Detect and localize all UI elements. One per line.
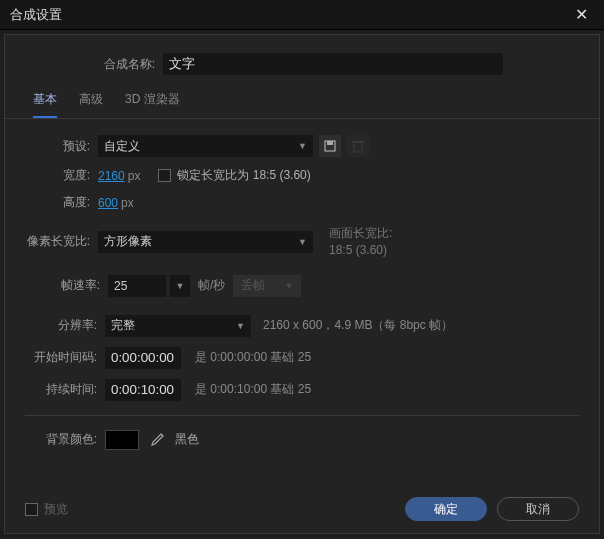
preset-save-icon[interactable]: [319, 135, 341, 157]
start-timecode-row: 开始时间码: 是 0:00:00:00 基础 25: [25, 347, 579, 369]
pixel-aspect-label: 像素长宽比:: [25, 233, 98, 250]
width-value[interactable]: 2160: [98, 169, 125, 183]
preset-select[interactable]: 自定义 ▼: [98, 135, 313, 157]
frame-rate-input[interactable]: 25: [108, 275, 166, 297]
chevron-down-icon: ▼: [176, 281, 185, 291]
divider: [25, 415, 579, 416]
preset-delete-icon: [347, 135, 369, 157]
tabs: 基本 高级 3D 渲染器: [5, 91, 599, 119]
preset-value: 自定义: [104, 138, 140, 155]
footer: 预览 确定 取消: [25, 497, 579, 521]
background-swatch[interactable]: [105, 430, 139, 450]
comp-name-row: 合成名称:: [5, 53, 599, 75]
background-row: 背景颜色: 黑色: [25, 430, 579, 450]
dialog-title: 合成设置: [10, 6, 62, 24]
frame-aspect-info: 画面长宽比: 18:5 (3.60): [329, 225, 392, 259]
duration-row: 持续时间: 是 0:00:10:00 基础 25: [25, 379, 579, 401]
comp-name-input[interactable]: [163, 53, 503, 75]
background-label: 背景颜色:: [25, 431, 105, 448]
frame-rate-unit: 帧/秒: [198, 277, 225, 294]
tab-renderer[interactable]: 3D 渲染器: [125, 91, 180, 118]
chevron-down-icon: ▼: [284, 281, 293, 291]
width-label: 宽度:: [55, 167, 98, 184]
start-base: 是 0:00:00:00 基础 25: [195, 349, 311, 366]
duration-label: 持续时间:: [25, 381, 105, 398]
close-icon[interactable]: ✕: [569, 5, 594, 24]
lock-aspect-checkbox[interactable]: [158, 169, 171, 182]
chevron-down-icon: ▼: [298, 141, 307, 151]
height-value[interactable]: 600: [98, 196, 118, 210]
svg-rect-2: [354, 142, 362, 152]
comp-name-label: 合成名称:: [93, 56, 163, 73]
resolution-value: 完整: [111, 317, 135, 334]
titlebar: 合成设置 ✕: [0, 0, 604, 30]
eyedropper-icon[interactable]: [149, 432, 165, 448]
pixel-aspect-row: 像素长宽比: 方形像素 ▼ 画面长宽比: 18:5 (3.60): [25, 225, 579, 259]
height-label: 高度:: [55, 194, 98, 211]
panel-basic: 预设: 自定义 ▼ 宽度: 2160 px 锁定长宽比为 18:5 (3.60)…: [5, 119, 599, 476]
start-timecode-input[interactable]: [105, 347, 181, 369]
footer-buttons: 确定 取消: [405, 497, 579, 521]
width-row: 宽度: 2160 px 锁定长宽比为 18:5 (3.60): [55, 167, 579, 184]
width-unit: px: [128, 169, 141, 183]
chevron-down-icon: ▼: [236, 321, 245, 331]
frame-rate-value: 25: [114, 279, 127, 293]
resolution-select[interactable]: 完整 ▼: [105, 315, 251, 337]
preview-label: 预览: [44, 501, 68, 518]
ok-button[interactable]: 确定: [405, 497, 487, 521]
svg-rect-1: [327, 141, 333, 145]
background-name: 黑色: [175, 431, 199, 448]
resolution-row: 分辨率: 完整 ▼ 2160 x 600，4.9 MB（每 8bpc 帧）: [25, 315, 579, 337]
cancel-button[interactable]: 取消: [497, 497, 579, 521]
duration-base: 是 0:00:10:00 基础 25: [195, 381, 311, 398]
height-unit: px: [121, 196, 134, 210]
preview-checkbox[interactable]: [25, 503, 38, 516]
lock-aspect-group: 锁定长宽比为 18:5 (3.60): [158, 167, 310, 184]
resolution-label: 分辨率:: [25, 317, 105, 334]
pixel-aspect-select[interactable]: 方形像素 ▼: [98, 231, 313, 253]
start-label: 开始时间码:: [25, 349, 105, 366]
drop-frame-label: 丢帧: [241, 277, 265, 294]
pixel-aspect-value: 方形像素: [104, 233, 152, 250]
resolution-info: 2160 x 600，4.9 MB（每 8bpc 帧）: [263, 317, 453, 334]
preset-row: 预设: 自定义 ▼: [25, 135, 579, 157]
frame-rate-dropdown[interactable]: ▼: [170, 275, 190, 297]
preset-label: 预设:: [25, 138, 98, 155]
frame-aspect-label: 画面长宽比:: [329, 225, 392, 242]
dialog-body: 合成名称: 基本 高级 3D 渲染器 预设: 自定义 ▼ 宽度: 2160 px: [4, 34, 600, 534]
frame-aspect-value: 18:5 (3.60): [329, 242, 392, 259]
height-row: 高度: 600 px: [55, 194, 579, 211]
tab-basic[interactable]: 基本: [33, 91, 57, 118]
lock-aspect-label: 锁定长宽比为 18:5 (3.60): [177, 167, 310, 184]
frame-rate-row: 帧速率: 25 ▼ 帧/秒 丢帧 ▼: [25, 275, 579, 297]
drop-frame-select: 丢帧 ▼: [233, 275, 301, 297]
duration-input[interactable]: [105, 379, 181, 401]
preview-group: 预览: [25, 501, 68, 518]
frame-rate-label: 帧速率:: [35, 277, 108, 294]
tab-advanced[interactable]: 高级: [79, 91, 103, 118]
chevron-down-icon: ▼: [298, 237, 307, 247]
